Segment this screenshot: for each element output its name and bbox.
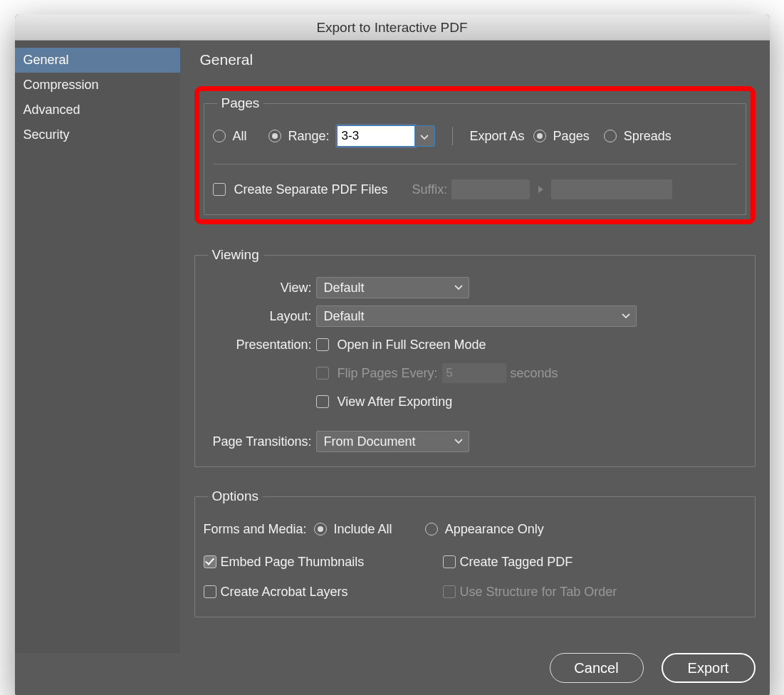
titlebar: Export to Interactive PDF [15,14,770,41]
radio-all[interactable] [213,130,226,142]
checkbox-create-acrobat-layers-label: Create Acrobat Layers [221,585,348,600]
sidebar-item-advanced[interactable]: Advanced [15,98,180,122]
range-input[interactable] [337,125,415,147]
checkbox-create-separate-label: Create Separate PDF Files [234,182,388,197]
radio-include-all-label: Include All [334,522,392,537]
radio-range-label: Range: [288,129,330,144]
checkbox-create-separate[interactable] [213,183,226,196]
cancel-button[interactable]: Cancel [550,653,644,683]
export-button-label: Export [688,660,729,676]
sidebar-item-label: Compression [23,78,99,92]
suffix-input-2 [551,179,672,199]
sidebar-item-general[interactable]: General [15,48,180,73]
triangle-right-icon [537,185,544,194]
separator [213,164,737,164]
sidebar-item-compression[interactable]: Compression [15,73,180,98]
radio-range[interactable] [268,130,281,142]
divider [452,127,453,145]
flip-pages-input [442,363,506,383]
suffix-label: Suffix: [412,182,448,197]
radio-include-all[interactable] [314,523,327,535]
checkbox-view-after-export-label: View After Exporting [338,394,453,409]
radio-appearance-only-label: Appearance Only [445,522,544,537]
page-transitions-select[interactable]: From Document [316,431,469,452]
chevron-down-icon [622,313,630,319]
panel-heading: General [200,51,756,68]
checkbox-flip-pages-label: Flip Pages Every: [338,366,438,381]
radio-appearance-only[interactable] [425,523,438,535]
chevron-down-icon [454,285,463,291]
checkbox-view-after-export[interactable] [316,395,329,408]
cancel-button-label: Cancel [574,660,618,676]
forms-media-label: Forms and Media: [204,522,307,537]
chevron-down-icon [454,439,463,444]
radio-spreads-label: Spreads [624,129,671,144]
window-title: Export to Interactive PDF [316,20,467,35]
viewing-legend: Viewing [208,247,263,263]
sidebar: General Compression Advanced Security [15,41,180,653]
checkbox-flip-pages [316,367,329,380]
radio-pages-label: Pages [553,129,590,144]
options-group: Options Forms and Media: Include All App… [194,488,756,617]
range-dropdown-button[interactable] [415,125,435,147]
viewing-group: Viewing View: Default Layout: Default [194,247,756,467]
radio-spreads[interactable] [604,130,617,142]
layout-select-value: Default [324,309,365,324]
pages-legend: Pages [217,95,264,111]
view-label: View: [204,281,312,296]
checkbox-embed-thumbnails[interactable] [204,555,216,568]
sidebar-item-label: Security [23,127,70,142]
pages-group: Pages All Range: Export [204,95,746,215]
suffix-input-1 [451,179,530,199]
layout-select[interactable]: Default [316,305,637,327]
sidebar-item-label: General [23,53,69,67]
dialog-footer: Cancel Export [15,653,770,695]
checkbox-use-structure [443,585,456,598]
checkbox-create-tagged[interactable] [443,555,456,568]
checkbox-create-acrobat-layers[interactable] [204,585,216,598]
chevron-down-icon [420,129,429,144]
dialog-window: Export to Interactive PDF General Compre… [15,14,770,695]
flip-pages-unit: seconds [511,366,558,381]
export-button[interactable]: Export [662,653,756,683]
sidebar-item-security[interactable]: Security [15,122,180,147]
range-combobox[interactable] [337,125,435,147]
page-transitions-value: From Document [324,434,416,449]
main-panel: General Pages All Range: [180,41,770,653]
checkbox-use-structure-label: Use Structure for Tab Order [460,585,617,600]
checkbox-create-tagged-label: Create Tagged PDF [460,555,573,570]
radio-pages[interactable] [533,130,546,142]
presentation-label: Presentation: [204,338,312,352]
view-select-value: Default [324,281,365,296]
page-transitions-label: Page Transitions: [204,434,312,449]
options-legend: Options [208,488,263,504]
sidebar-item-label: Advanced [23,103,80,117]
checkbox-embed-thumbnails-label: Embed Page Thumbnails [221,555,365,570]
checkbox-open-full-screen[interactable] [316,338,329,351]
checkbox-open-full-screen-label: Open in Full Screen Mode [338,338,486,352]
export-as-label: Export As [470,129,525,144]
pages-highlight-box: Pages All Range: Export [194,86,756,224]
view-select[interactable]: Default [316,277,469,298]
radio-all-label: All [233,129,247,144]
layout-label: Layout: [204,309,312,324]
